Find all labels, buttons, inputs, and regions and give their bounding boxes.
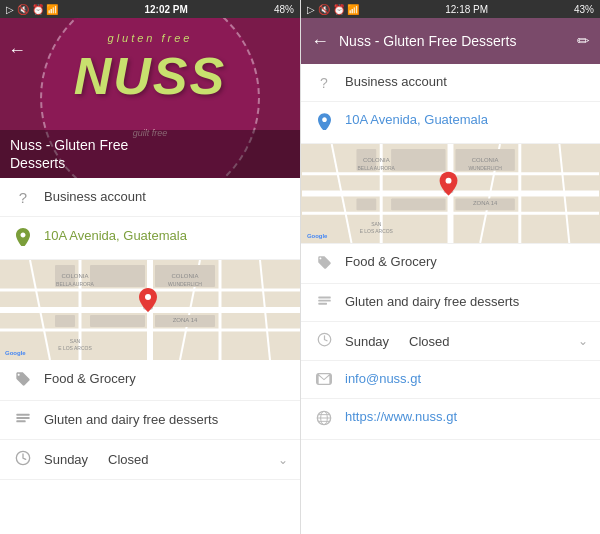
website-text: https://www.nuss.gt xyxy=(345,409,588,424)
svg-rect-11 xyxy=(90,265,145,287)
battery-right: 43% xyxy=(574,4,594,15)
svg-rect-57 xyxy=(318,300,331,302)
right-content: ? Business account 10A Avenida, Guatemal… xyxy=(301,64,600,534)
description-text-left: Gluten and dairy free desserts xyxy=(44,411,218,429)
hero-image: ← gluten free NUSS guilt free Nuss - Glu… xyxy=(0,18,300,178)
business-icon-left: ? xyxy=(12,189,34,206)
toolbar-title: Nuss - Gluten Free Desserts xyxy=(339,33,577,49)
edit-button[interactable]: ✏ xyxy=(577,32,590,50)
svg-text:COLONIA: COLONIA xyxy=(61,273,88,279)
address-row-left[interactable]: 10A Avenida, Guatemala xyxy=(0,217,300,260)
svg-rect-56 xyxy=(318,297,331,299)
category-row-right: Food & Grocery xyxy=(301,244,600,284)
address-text-right: 10A Avenida, Guatemala xyxy=(345,112,588,127)
battery-left: 48% xyxy=(274,4,294,15)
hero-back-arrow[interactable]: ← xyxy=(8,40,26,61)
time-right: 12:18 PM xyxy=(445,4,488,15)
description-icon-left xyxy=(12,412,34,429)
tag-icon-left xyxy=(12,371,34,390)
hero-title-overlay: Nuss - Gluten Free Desserts xyxy=(0,130,300,178)
hero-top-text: gluten free xyxy=(108,32,193,44)
svg-point-25 xyxy=(145,294,151,300)
business-icon-right: ? xyxy=(313,75,335,91)
time-left: 12:02 PM xyxy=(144,4,187,15)
category-text-left: Food & Grocery xyxy=(44,370,136,388)
category-row-left: Food & Grocery xyxy=(0,360,300,401)
status-right-icons: ▷ 🔇 ⏰ 📶 xyxy=(307,4,359,15)
hours-status-right: Closed xyxy=(409,334,578,349)
svg-text:WUNDERLICH: WUNDERLICH xyxy=(168,281,202,287)
toolbar: ← Nuss - Gluten Free Desserts ✏ xyxy=(301,18,600,64)
business-account-row-right: ? Business account xyxy=(301,64,600,102)
svg-text:SAN: SAN xyxy=(371,222,382,227)
hours-chevron-left[interactable]: ⌄ xyxy=(278,453,288,467)
svg-text:E LOS ARCOS: E LOS ARCOS xyxy=(360,229,394,234)
svg-rect-27 xyxy=(16,417,29,419)
toolbar-back-button[interactable]: ← xyxy=(311,31,329,52)
description-icon-right xyxy=(313,295,335,311)
hours-chevron-right[interactable]: ⌄ xyxy=(578,334,588,348)
description-text-right: Gluten and dairy free desserts xyxy=(345,294,588,309)
email-text: info@nuss.gt xyxy=(345,371,588,386)
svg-text:ZONA 14: ZONA 14 xyxy=(473,200,498,206)
description-row-right: Gluten and dairy free desserts xyxy=(301,284,600,322)
address-text-left: 10A Avenida, Guatemala xyxy=(44,227,187,245)
hours-row-right[interactable]: Sunday Closed ⌄ xyxy=(301,322,600,361)
hero-title-text: Nuss - Gluten Free Desserts xyxy=(10,137,128,171)
location-icon-left xyxy=(12,228,34,249)
map-svg-left: COLONIA BELLA AURORA COLONIA WUNDERLICH … xyxy=(0,260,300,360)
website-row[interactable]: https://www.nuss.gt xyxy=(301,399,600,440)
category-text-right: Food & Grocery xyxy=(345,254,588,269)
svg-text:ZONA 14: ZONA 14 xyxy=(173,317,198,323)
left-panel: ▷ 🔇 ⏰ 📶 12:02 PM 48% ← gluten free NUSS … xyxy=(0,0,300,534)
tag-icon-right xyxy=(313,255,335,273)
clock-icon-left xyxy=(12,450,34,469)
address-row-right[interactable]: 10A Avenida, Guatemala xyxy=(301,102,600,144)
status-left-icons: ▷ 🔇 ⏰ 📶 xyxy=(6,4,58,15)
svg-text:WUNDERLICH: WUNDERLICH xyxy=(468,166,502,171)
left-content: ? Business account 10A Avenida, Guatemal… xyxy=(0,178,300,534)
hours-row-left[interactable]: Sunday Closed ⌄ xyxy=(0,440,300,480)
svg-rect-26 xyxy=(16,414,29,416)
svg-rect-14 xyxy=(90,315,145,327)
svg-text:BELLA AURORA: BELLA AURORA xyxy=(358,166,396,171)
svg-rect-13 xyxy=(55,315,75,327)
svg-rect-28 xyxy=(16,421,25,423)
email-row[interactable]: info@nuss.gt xyxy=(301,361,600,399)
hours-day-left: Sunday xyxy=(44,452,88,467)
location-icon-right xyxy=(313,113,335,133)
hero-brand-name: NUSS xyxy=(74,46,226,106)
svg-text:BELLA AURORA: BELLA AURORA xyxy=(56,281,94,287)
svg-text:SAN: SAN xyxy=(70,338,81,344)
svg-rect-44 xyxy=(391,198,445,210)
svg-rect-43 xyxy=(356,198,376,210)
svg-text:COLONIA: COLONIA xyxy=(171,273,198,279)
svg-point-55 xyxy=(446,178,452,184)
svg-rect-58 xyxy=(318,303,327,305)
map-right[interactable]: COLONIA BELLA AURORA COLONIA WUNDERLICH … xyxy=(301,144,600,244)
svg-text:Google: Google xyxy=(5,350,26,356)
email-icon xyxy=(313,372,335,388)
map-left[interactable]: COLONIA BELLA AURORA COLONIA WUNDERLICH … xyxy=(0,260,300,360)
svg-text:Google: Google xyxy=(307,233,328,239)
map-svg-right: COLONIA BELLA AURORA COLONIA WUNDERLICH … xyxy=(301,144,600,243)
svg-text:COLONIA: COLONIA xyxy=(363,157,390,163)
right-panel: ▷ 🔇 ⏰ 📶 12:18 PM 43% ← Nuss - Gluten Fre… xyxy=(300,0,600,534)
hours-status-left: Closed xyxy=(108,452,278,467)
globe-icon xyxy=(313,410,335,429)
business-text-right: Business account xyxy=(345,74,588,89)
svg-text:COLONIA: COLONIA xyxy=(472,157,499,163)
description-row-left: Gluten and dairy free desserts xyxy=(0,401,300,440)
business-account-row-left: ? Business account xyxy=(0,178,300,217)
svg-text:E LOS ARCOS: E LOS ARCOS xyxy=(58,345,92,351)
svg-rect-41 xyxy=(391,149,445,171)
status-bar-left: ▷ 🔇 ⏰ 📶 12:02 PM 48% xyxy=(0,0,300,18)
business-text-left: Business account xyxy=(44,188,146,206)
status-bar-right: ▷ 🔇 ⏰ 📶 12:18 PM 43% xyxy=(301,0,600,18)
hours-day-right: Sunday xyxy=(345,334,389,349)
clock-icon-right xyxy=(313,332,335,350)
